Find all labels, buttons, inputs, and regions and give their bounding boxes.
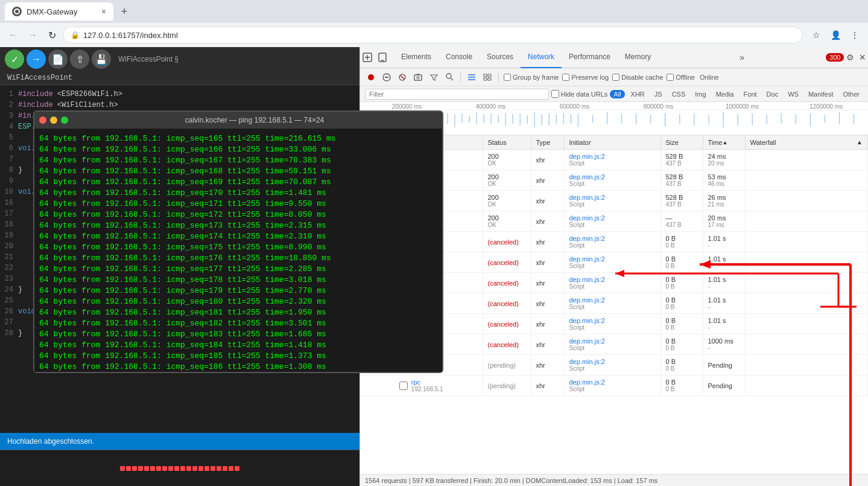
devtools-inspect-icon[interactable] [363, 51, 376, 64]
filter-toggle-button[interactable] [428, 71, 440, 83]
profile-button[interactable]: 👤 [827, 27, 844, 43]
devtools-mobile-icon[interactable] [378, 51, 391, 64]
initiator-link[interactable]: dep.min.js:2 [569, 194, 656, 201]
tab-elements[interactable]: Elements [394, 47, 439, 68]
filter-css[interactable]: CSS [668, 90, 689, 98]
menu-button[interactable]: ⋮ [846, 27, 863, 43]
terminal-minimize-dot[interactable] [50, 117, 57, 124]
initiator-link[interactable]: dep.min.js:2 [569, 296, 656, 304]
record-button[interactable] [365, 71, 377, 83]
devtools-close-button[interactable]: × [859, 51, 866, 64]
initiator-link[interactable]: dep.min.js:2 [569, 317, 656, 324]
forward-button[interactable]: → [24, 27, 41, 43]
open-sketch-button[interactable]: ⇧ [70, 50, 89, 69]
new-sketch-button[interactable]: 📄 [48, 50, 68, 69]
initiator-link[interactable]: dep.min.js:2 [569, 235, 656, 242]
td-type: xhr [531, 191, 565, 211]
offline-checkbox[interactable]: Offline [667, 74, 695, 81]
table-row[interactable]: rpc 192.168.5.1 (pending) xhr dep.min.js… [360, 376, 868, 396]
initiator-link[interactable]: dep.min.js:2 [569, 379, 656, 386]
new-tab-button[interactable]: + [116, 3, 133, 20]
search-toggle-button[interactable] [443, 71, 455, 83]
row-checkbox[interactable] [399, 382, 408, 390]
tree-view-button[interactable] [481, 71, 493, 83]
list-view-button[interactable] [466, 71, 478, 83]
filter-doc[interactable]: Doc [763, 90, 782, 98]
devtools-more-button[interactable]: » [735, 53, 749, 62]
size-value: 0 B [666, 255, 698, 263]
td-time: Pending [703, 355, 746, 375]
th-size[interactable]: Size [661, 135, 703, 149]
initiator-link[interactable]: dep.min.js:2 [569, 337, 656, 345]
terminal-line: 64 bytes from 192.168.5.1: icmp_seq=183 … [39, 329, 437, 340]
terminal-body[interactable]: 64 bytes from 192.168.5.1: icmp_seq=165 … [34, 129, 442, 372]
upload-button[interactable]: → [27, 50, 46, 69]
filter-img[interactable]: Img [691, 90, 709, 98]
bookmark-button[interactable]: ☆ [808, 27, 825, 43]
size-value: 528 B [666, 153, 698, 160]
filter-input[interactable] [365, 89, 549, 100]
filter-js[interactable]: JS [651, 90, 666, 98]
td-size: 0 B 0 B [661, 334, 703, 354]
hide-data-urls-checkbox[interactable]: Hide data URLs [551, 90, 608, 98]
th-initiator[interactable]: Initiator [565, 135, 661, 149]
filter-media[interactable]: Media [712, 90, 738, 98]
td-status: 200 OK [483, 191, 531, 211]
terminal-line: 64 bytes from 192.168.5.1: icmp_seq=179 … [39, 286, 437, 296]
time-sub: - [708, 324, 740, 331]
th-waterfall[interactable]: Waterfall ▲ [746, 135, 869, 149]
initiator-link[interactable]: dep.min.js:2 [569, 358, 656, 365]
th-type[interactable]: Type [531, 135, 565, 149]
svg-rect-53 [520, 114, 521, 126]
filter-xhr[interactable]: XHR [627, 90, 648, 98]
devtools-settings-icon[interactable]: ⚙ [846, 53, 854, 62]
terminal-close-dot[interactable] [39, 117, 46, 124]
active-browser-tab[interactable]: DMX-Gateway × [5, 2, 113, 21]
initiator-link[interactable]: dep.min.js:2 [569, 173, 656, 181]
td-time: 1.01 s - [703, 293, 746, 313]
terminal-maximize-dot[interactable] [61, 117, 68, 124]
td-size: 0 B 0 B [661, 376, 703, 395]
request-type: xhr [536, 321, 559, 328]
tab-console[interactable]: Console [439, 47, 480, 68]
initiator-link[interactable]: dep.min.js:2 [569, 255, 656, 263]
clear-button[interactable] [396, 71, 408, 83]
svg-rect-20 [488, 78, 491, 80]
svg-rect-57 [549, 114, 550, 126]
tab-memory[interactable]: Memory [618, 47, 658, 68]
stop-recording-button[interactable] [381, 71, 393, 83]
tab-network[interactable]: Network [521, 47, 562, 68]
svg-rect-51 [505, 113, 506, 126]
status-text: OK [488, 160, 526, 167]
tab-close-button[interactable]: × [101, 7, 106, 16]
initiator-link[interactable]: dep.min.js:2 [569, 153, 656, 160]
filter-manifest[interactable]: Manifest [805, 90, 837, 98]
svg-rect-69 [694, 114, 694, 126]
svg-rect-19 [484, 78, 487, 80]
tab-sources[interactable]: Sources [480, 47, 521, 68]
screenshot-button[interactable] [412, 71, 424, 83]
th-status[interactable]: Status [483, 135, 531, 149]
verify-button[interactable]: ✓ [5, 50, 24, 69]
svg-rect-70 [708, 115, 709, 124]
filter-font[interactable]: Font [740, 90, 761, 98]
svg-rect-68 [679, 114, 680, 124]
td-initiator: dep.min.js:2 Script [565, 376, 661, 395]
address-bar[interactable]: 🔒 127.0.0.1:61757/index.html [63, 27, 803, 43]
initiator-link[interactable]: dep.min.js:2 [569, 276, 656, 283]
back-button[interactable]: ← [5, 27, 22, 43]
tab-performance[interactable]: Performance [562, 47, 618, 68]
svg-line-13 [451, 78, 453, 80]
td-waterfall [746, 191, 869, 211]
reload-button[interactable]: ↻ [43, 27, 60, 43]
filter-all[interactable]: All [610, 90, 624, 98]
save-sketch-button[interactable]: 💾 [92, 50, 111, 69]
th-time[interactable]: Time [703, 135, 746, 149]
filter-other[interactable]: Other [839, 90, 863, 98]
disable-cache-checkbox[interactable]: Disable cache [612, 74, 663, 81]
initiator-link[interactable]: dep.min.js:2 [569, 214, 656, 222]
time-sub: - [708, 345, 740, 351]
filter-ws[interactable]: WS [784, 90, 802, 98]
group-by-frame-checkbox[interactable]: Group by frame [504, 74, 559, 81]
preserve-log-checkbox[interactable]: Preserve log [562, 74, 609, 81]
